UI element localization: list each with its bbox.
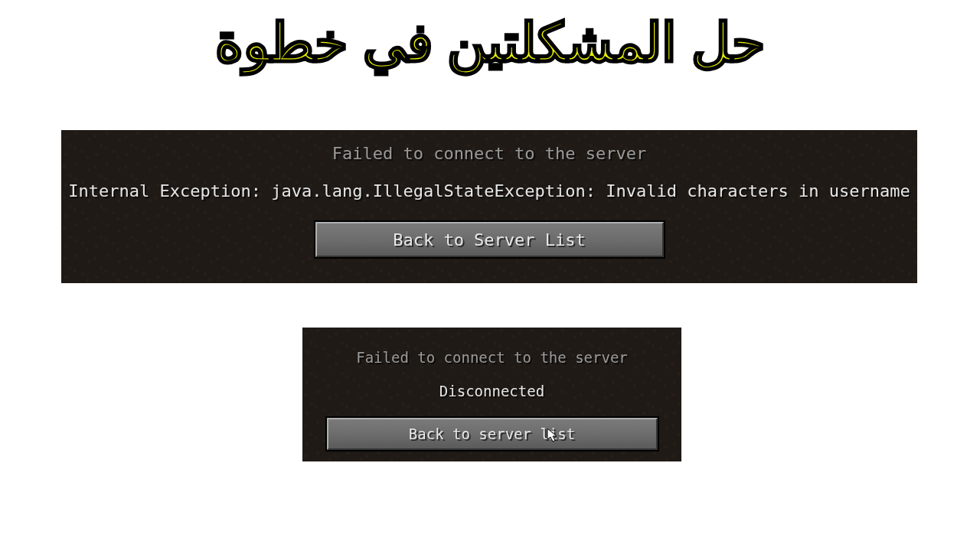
error-header-2: Failed to connect to the server [356,349,628,366]
error-header-1: Failed to connect to the server [332,144,647,163]
error-body-1: Internal Exception: java.lang.IllegalSta… [68,181,910,201]
back-to-server-list-button-2[interactable]: Back to server list [327,418,658,450]
error-panel-1: Failed to connect to the server Internal… [61,130,917,283]
button-label-2: Back to server list [409,425,575,442]
error-body-2: Disconnected [439,383,544,399]
error-panel-2: Failed to connect to the server Disconne… [302,328,681,461]
back-to-server-list-button-1[interactable]: Back to Server List [315,222,664,257]
page-title-arabic: حل المشكلتين في خطوة [215,11,764,74]
